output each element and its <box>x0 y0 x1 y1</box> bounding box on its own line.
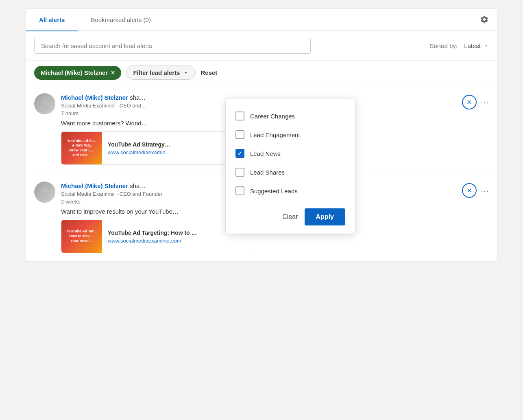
link-card-thumbnail: YouTube Ad Tar…How to Maxi…Your Resul… <box>61 220 102 253</box>
avatar-image <box>34 182 55 203</box>
avatar <box>34 93 55 114</box>
filter-chevron-icon <box>183 70 189 76</box>
filter-option-lead-news[interactable]: Lead News <box>235 144 345 163</box>
svg-point-2 <box>41 187 48 194</box>
alert-person-name[interactable]: Michael (Mike) Stelzner <box>61 182 128 189</box>
filter-option-career-changes[interactable]: Career Changes <box>235 107 345 125</box>
thumb-text: YouTube Ad St…A New WayGrow Your L…and S… <box>65 137 98 160</box>
clear-button[interactable]: Clear <box>282 213 298 221</box>
filter-option-lead-shares[interactable]: Lead Shares <box>235 163 345 182</box>
checkbox-lead-engagement[interactable] <box>235 130 244 139</box>
x-icon <box>466 99 473 105</box>
alert-actions: ··· <box>462 93 489 109</box>
filter-option-label: Lead Shares <box>250 169 285 176</box>
link-card-info: YouTube Ad Strategy… www.socialmediaexam… <box>102 132 177 164</box>
sort-value: Latest <box>464 42 481 49</box>
person-silhouette-icon <box>37 185 52 199</box>
more-options-button[interactable]: ··· <box>481 98 489 107</box>
svg-point-1 <box>40 105 50 111</box>
filter-option-label: Lead News <box>250 150 281 157</box>
tab-all-alerts[interactable]: All alerts <box>26 9 78 31</box>
search-input[interactable] <box>34 38 311 54</box>
filter-option-lead-engagement[interactable]: Lead Engagement <box>235 125 345 144</box>
filter-chip-close[interactable]: × <box>111 69 115 77</box>
chevron-down-icon <box>483 43 489 49</box>
alert-action-text: sha… <box>130 182 146 189</box>
dismiss-button[interactable] <box>462 95 477 109</box>
filter-option-label: Suggested Leads <box>250 188 298 195</box>
link-card-url[interactable]: www.socialmediaexaminer.com <box>108 238 197 244</box>
person-silhouette-icon <box>37 96 52 111</box>
filter-option-label: Lead Engagement <box>250 131 300 138</box>
link-card-title: YouTube Ad Targeting: How to … <box>108 230 197 236</box>
svg-point-0 <box>41 99 48 105</box>
tab-bookmarked[interactable]: Bookmarked alerts (0) <box>78 9 164 31</box>
filter-option-label: Career Changes <box>250 113 295 120</box>
x-icon <box>466 187 473 194</box>
checkbox-lead-shares[interactable] <box>235 168 244 177</box>
link-card-title: YouTube Ad Strategy… <box>108 141 171 148</box>
checkbox-career-changes[interactable] <box>235 112 244 120</box>
checkbox-lead-news[interactable] <box>235 149 244 158</box>
search-section: Sorted by: Latest <box>26 31 497 61</box>
alert-action-text: sha… <box>130 94 146 101</box>
filter-button-label: Filter lead alerts <box>133 69 180 76</box>
reset-button[interactable]: Reset <box>200 69 217 76</box>
apply-button[interactable]: Apply <box>305 208 345 225</box>
link-card-url[interactable]: www.socialmediaexamin… <box>108 149 171 155</box>
sort-button[interactable]: Sorted by: Latest <box>430 42 489 49</box>
settings-button[interactable] <box>472 9 497 31</box>
filter-dropdown: Career Changes Lead Engagement Lead News… <box>225 98 355 234</box>
avatar <box>34 182 55 203</box>
sort-label: Sorted by: <box>430 42 458 49</box>
dismiss-button[interactable] <box>462 183 477 198</box>
main-container: All alerts Bookmarked alerts (0) Sorted … <box>26 8 497 262</box>
dropdown-footer: Clear Apply <box>235 207 345 225</box>
filter-row: Michael (Mike) Stelzner × Filter lead al… <box>26 61 497 85</box>
more-options-button[interactable]: ··· <box>481 186 489 195</box>
thumb-text: YouTube Ad Tar…How to Maxi…Your Resul… <box>65 228 99 245</box>
alert-person-name[interactable]: Michael (Mike) Stelzner <box>61 94 128 101</box>
link-card-info: YouTube Ad Targeting: How to … www.socia… <box>102 220 203 253</box>
checkbox-suggested-leads[interactable] <box>235 186 244 195</box>
active-filter-chip[interactable]: Michael (Mike) Stelzner × <box>34 66 121 80</box>
tabs-bar: All alerts Bookmarked alerts (0) <box>26 9 497 31</box>
avatar-image <box>34 93 55 114</box>
svg-point-3 <box>40 194 50 199</box>
alert-actions: ··· <box>462 182 489 198</box>
filter-option-suggested-leads[interactable]: Suggested Leads <box>235 182 345 200</box>
filter-chip-name: Michael (Mike) Stelzner <box>41 69 108 76</box>
filter-lead-alerts-button[interactable]: Filter lead alerts <box>126 66 196 80</box>
gear-icon <box>480 15 489 24</box>
link-card-thumbnail: YouTube Ad St…A New WayGrow Your L…and S… <box>61 132 102 164</box>
